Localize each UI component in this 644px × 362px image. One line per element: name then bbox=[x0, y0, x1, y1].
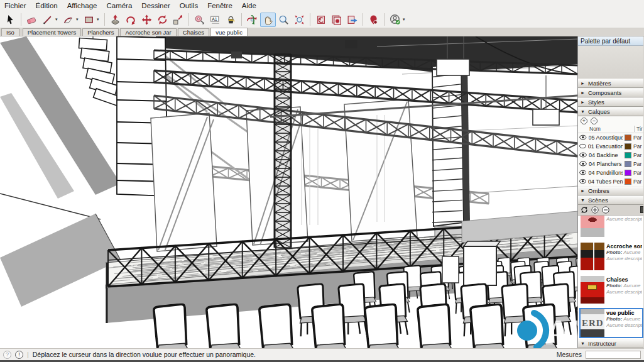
layer-dashes[interactable]: Par bbox=[633, 134, 643, 141]
rotate-tool-button[interactable] bbox=[155, 13, 170, 27]
export-scene-button[interactable] bbox=[344, 13, 360, 27]
layer-row[interactable]: 04 BacklinePar bbox=[578, 151, 643, 160]
section-matieres[interactable]: ►Matières bbox=[578, 79, 643, 88]
remove-layer-button[interactable]: − bbox=[591, 118, 598, 124]
tab-planchers[interactable]: Planchers bbox=[82, 28, 119, 36]
layer-dashes[interactable]: Par bbox=[633, 161, 643, 167]
push-pull-tool-button[interactable] bbox=[107, 13, 123, 27]
previous-view-icon bbox=[315, 14, 326, 25]
orbit-tool-button[interactable] bbox=[244, 13, 260, 27]
layer-row[interactable]: 04 PendrillonsPar bbox=[578, 168, 643, 177]
layer-color-swatch[interactable] bbox=[625, 143, 631, 150]
layer-row[interactable]: 04 Tubes PendPar bbox=[578, 177, 643, 186]
rectangle-tool-button[interactable] bbox=[81, 13, 97, 27]
column-tirets[interactable]: Tir bbox=[634, 126, 643, 132]
layer-color-swatch[interactable] bbox=[625, 161, 631, 167]
tape-measure-tool-button[interactable] bbox=[192, 13, 207, 27]
text-tool-button[interactable]: A1 bbox=[207, 13, 223, 27]
section-ombres[interactable]: ►Ombres bbox=[578, 186, 643, 195]
tray-empty-area bbox=[578, 46, 643, 79]
menu-fichier[interactable]: Fichier bbox=[4, 2, 26, 9]
eye-icon[interactable] bbox=[579, 152, 587, 158]
layer-row[interactable]: 04 PlanchersPar bbox=[578, 160, 643, 168]
scale-icon bbox=[173, 14, 183, 25]
viewport-3d[interactable]: AMERD bbox=[0, 36, 578, 348]
photo-value: Aucune bbox=[623, 250, 640, 255]
eye-icon[interactable] bbox=[579, 170, 586, 175]
layer-dashes[interactable]: Par bbox=[633, 143, 643, 150]
move-tool-button[interactable] bbox=[139, 13, 155, 27]
add-location-button[interactable] bbox=[366, 13, 381, 27]
follow-me-tool-button[interactable] bbox=[123, 13, 139, 27]
zoom-tool-button[interactable] bbox=[276, 13, 292, 27]
tab-iso[interactable]: Iso bbox=[1, 28, 19, 36]
add-layer-button[interactable]: + bbox=[581, 118, 587, 124]
tab-vue-public[interactable]: vue public bbox=[210, 28, 248, 36]
layers-header: Nom Tir bbox=[578, 126, 643, 133]
layer-dashes[interactable]: Par bbox=[633, 178, 643, 185]
menu-edition[interactable]: Édition bbox=[36, 2, 58, 9]
menu-fenetre[interactable]: Fenêtre bbox=[207, 2, 232, 9]
scene-item-vue-public[interactable]: ERD vue public Photo: Aucune Aucune desc… bbox=[579, 308, 643, 338]
account-button[interactable] bbox=[387, 13, 403, 27]
eye-icon[interactable] bbox=[579, 178, 586, 184]
help-circle-icon[interactable]: ? bbox=[3, 351, 11, 359]
menu-camera[interactable]: Caméra bbox=[106, 2, 132, 9]
scene-details-icon[interactable] bbox=[640, 206, 643, 213]
layer-row[interactable]: 05 AcoustiquePar bbox=[578, 133, 643, 142]
text-icon: A1 bbox=[210, 14, 221, 25]
add-scene-icon[interactable] bbox=[591, 206, 599, 214]
line-tool-button[interactable] bbox=[40, 13, 55, 27]
previous-view-button[interactable] bbox=[313, 13, 329, 27]
eraser-tool-button[interactable] bbox=[24, 13, 40, 27]
scale-tool-button[interactable] bbox=[170, 13, 186, 27]
layer-dashes[interactable]: Par bbox=[633, 170, 643, 176]
remove-scene-icon[interactable] bbox=[602, 206, 609, 214]
layer-color-swatch[interactable] bbox=[625, 152, 631, 158]
eye-icon[interactable] bbox=[579, 134, 587, 140]
arc-tool-button[interactable] bbox=[60, 13, 76, 27]
push-pull-icon bbox=[110, 14, 121, 25]
tab-accroche-son-jar[interactable]: Accroche son Jar bbox=[120, 28, 176, 36]
line-dropdown-caret[interactable]: ▾ bbox=[55, 17, 60, 22]
select-tool-button[interactable] bbox=[3, 13, 18, 27]
layer-dashes[interactable]: Par bbox=[633, 152, 643, 158]
refresh-scene-icon[interactable] bbox=[581, 206, 588, 214]
layer-row[interactable]: 01 EvacuationsPar bbox=[578, 142, 643, 151]
tab-chaises[interactable]: Chaises bbox=[178, 28, 209, 36]
layer-name: 04 Pendrillons bbox=[588, 170, 623, 176]
photo-value: Aucune bbox=[623, 283, 640, 288]
section-composants[interactable]: ►Composants bbox=[578, 88, 643, 97]
layer-color-swatch[interactable] bbox=[625, 134, 631, 141]
menu-aide[interactable]: Aide bbox=[242, 2, 256, 9]
section-styles[interactable]: ►Styles bbox=[578, 97, 643, 107]
eye-icon[interactable] bbox=[579, 161, 587, 167]
layer-color-swatch[interactable] bbox=[625, 170, 631, 176]
paint-bucket-tool-button[interactable] bbox=[223, 13, 239, 27]
section-scenes[interactable]: ▼Scènes bbox=[578, 195, 643, 205]
account-dropdown-caret[interactable]: ▾ bbox=[403, 17, 408, 22]
scene-item-chaises[interactable]: Chaises Photo: Aucune Aucune descriptio bbox=[579, 275, 643, 305]
photo-label: Photo: bbox=[606, 283, 622, 288]
info-circle-icon[interactable]: ! bbox=[15, 351, 23, 359]
layer-color-swatch[interactable] bbox=[625, 178, 631, 185]
arc-dropdown-caret[interactable]: ▾ bbox=[76, 17, 81, 22]
section-calques[interactable]: ▼Calques bbox=[578, 107, 643, 116]
tab-placement-towers[interactable]: Placement Towers bbox=[23, 28, 81, 36]
measurements-input[interactable] bbox=[586, 351, 641, 359]
menu-affichage[interactable]: Affichage bbox=[67, 2, 97, 9]
column-nom[interactable]: Nom bbox=[589, 126, 601, 132]
scene-thumbnail: ERD bbox=[581, 309, 604, 337]
scene-item-planchers[interactable]: Photo: Aucune Aucune descriptio bbox=[579, 216, 643, 238]
pencil-icon bbox=[42, 14, 53, 25]
menu-dessiner[interactable]: Dessiner bbox=[141, 2, 170, 9]
eye-icon[interactable] bbox=[579, 143, 586, 149]
zoom-extents-button[interactable] bbox=[292, 13, 307, 27]
next-view-button[interactable] bbox=[329, 13, 344, 27]
section-label: Matières bbox=[588, 80, 611, 87]
menu-outils[interactable]: Outils bbox=[180, 2, 198, 9]
pan-tool-button[interactable] bbox=[260, 13, 276, 27]
section-instructeur[interactable]: ▼Instructeur bbox=[578, 339, 643, 348]
rectangle-dropdown-caret[interactable]: ▾ bbox=[97, 17, 102, 22]
scene-item-accroche-son[interactable]: Accroche son J Photo: Aucune Aucune desc… bbox=[579, 241, 643, 272]
